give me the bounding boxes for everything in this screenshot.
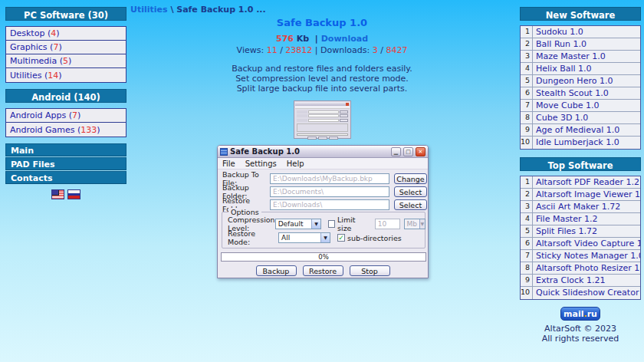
left-sidebar: PC Software (30) Desktop (4) Graphics (7… xyxy=(5,7,127,199)
android-menu: Android Apps (7) Android Games (133) xyxy=(5,108,127,137)
restore-folder-input[interactable]: E:\Downloads\ xyxy=(270,199,389,210)
category-label: Android Apps xyxy=(10,110,69,120)
page-title: Safe Backup 1.0 xyxy=(130,17,514,28)
breadcrumb-current: Safe Backup 1.0 ... xyxy=(176,5,265,15)
copyright-text: AltarSoft © 2023 xyxy=(520,324,641,334)
top-software-header: Top Software xyxy=(520,157,641,171)
list-item[interactable]: 10Quick Slideshow Creator 1.1 xyxy=(521,287,640,299)
sidebar-item-graphics[interactable]: Graphics (7) xyxy=(6,41,126,54)
list-item[interactable]: 7Sticky Notes Manager 1.01 xyxy=(521,250,640,262)
backup-to-file-input[interactable]: E:\Downloads\MyBackup.bkp xyxy=(270,173,389,184)
backup-to-file-row: Backup To File: E:\Downloads\MyBackup.bk… xyxy=(222,173,427,184)
safe-backup-window: Safe Backup 1.0 ▁ □ ✕ File Settings Help… xyxy=(217,145,429,278)
category-label: Android Games xyxy=(10,125,77,135)
backup-button[interactable]: Backup xyxy=(256,265,297,276)
site-nav: Main PAD Files Contacts xyxy=(5,143,127,184)
downloads-total: 8427 xyxy=(386,45,407,55)
compression-level-select[interactable]: Default ▼ xyxy=(275,219,321,229)
chevron-down-icon[interactable]: ▼ xyxy=(320,233,330,242)
sidebar-item-contacts[interactable]: Contacts xyxy=(5,171,127,184)
views-total: 23812 xyxy=(285,45,312,55)
menu-file[interactable]: File xyxy=(222,160,235,168)
screenshot-thumbnail[interactable] xyxy=(294,100,351,139)
list-item[interactable]: 7Move Cube 1.0 xyxy=(521,100,640,112)
sub-directories-checkbox[interactable]: ✓ xyxy=(337,234,345,242)
limit-size-input[interactable]: 10 xyxy=(375,219,400,229)
list-item[interactable]: 4Helix Ball 1.0 xyxy=(521,63,640,75)
window-titlebar: Safe Backup 1.0 ▁ □ ✕ xyxy=(218,146,428,158)
category-count: 7 xyxy=(72,110,77,120)
top-software-list: 1Altarsoft PDF Reader 1.2 2Altarsoft Ima… xyxy=(520,176,641,300)
mailru-logo[interactable]: mail.ru xyxy=(560,307,600,321)
list-item[interactable]: 1Sudoku 1.0 xyxy=(521,26,640,38)
category-label: Multimedia xyxy=(10,56,60,66)
sidebar-item-multimedia[interactable]: Multimedia (5) xyxy=(6,54,126,68)
new-software-list: 1Sudoku 1.0 2Ball Run 1.0 3Maze Master 1… xyxy=(520,25,641,150)
sidebar-item-android-games[interactable]: Android Games (133) xyxy=(6,123,126,137)
right-sidebar: New Software 1Sudoku 1.0 2Ball Run 1.0 3… xyxy=(520,7,641,344)
list-item[interactable]: 2Ball Run 1.0 xyxy=(521,38,640,51)
category-count: 4 xyxy=(51,28,56,38)
close-button[interactable]: ✕ xyxy=(416,147,426,156)
category-label: Desktop xyxy=(10,28,48,38)
menu-bar: File Settings Help xyxy=(218,158,428,169)
restore-button[interactable]: Restore xyxy=(303,265,343,276)
list-item[interactable]: 3Ascii Art Maker 1.72 xyxy=(521,201,640,213)
sidebar-item-android-apps[interactable]: Android Apps (7) xyxy=(6,109,126,123)
file-size-value: 576 xyxy=(276,34,294,44)
language-switcher xyxy=(5,189,127,199)
restore-mode-select[interactable]: All ▼ xyxy=(278,232,330,243)
menu-settings[interactable]: Settings xyxy=(245,160,277,168)
list-item[interactable]: 1Altarsoft PDF Reader 1.2 xyxy=(521,176,640,189)
limit-size-checkbox[interactable] xyxy=(328,220,335,228)
category-count: 133 xyxy=(80,125,97,135)
list-item[interactable]: 6Altarsoft Video Capture 1.21 xyxy=(521,238,640,250)
app-description: Backup and restore files and folders eas… xyxy=(130,64,514,94)
list-item[interactable]: 4File Master 1.2 xyxy=(521,213,640,225)
list-item[interactable]: 5Dungeon Hero 1.0 xyxy=(521,75,640,87)
category-count: 5 xyxy=(63,56,68,66)
change-button[interactable]: Change xyxy=(394,173,427,184)
list-item[interactable]: 10Idle Lumberjack 1.0 xyxy=(521,137,640,149)
chevron-down-icon: ▼ xyxy=(419,219,425,229)
page: { "ui": { "paren_open": "(", "paren_clos… xyxy=(0,0,644,362)
sidebar-item-main[interactable]: Main xyxy=(5,143,127,156)
window-title: Safe Backup 1.0 xyxy=(230,147,389,156)
select-backup-folder-button[interactable]: Select xyxy=(394,186,427,197)
ru-flag-icon[interactable] xyxy=(67,189,80,199)
minimize-button[interactable]: ▁ xyxy=(391,147,401,156)
stats-line: Views: 11 / 23812 | Downloads: 3 / 8427 xyxy=(130,45,514,55)
list-item[interactable]: 3Maze Master 1.0 xyxy=(521,51,640,63)
list-item[interactable]: 2Altarsoft Image Viewer 1.11 xyxy=(521,189,640,201)
sidebar-item-utilities[interactable]: Utilities (14) xyxy=(6,68,126,82)
category-count: 7 xyxy=(53,42,58,52)
sidebar-item-pad-files[interactable]: PAD Files xyxy=(5,157,127,170)
list-item[interactable]: 9Extra Clock 1.21 xyxy=(521,275,640,287)
menu-help[interactable]: Help xyxy=(287,160,304,168)
progress-bar: 0% xyxy=(221,252,426,262)
sidebar-item-desktop[interactable]: Desktop (4) xyxy=(6,27,126,41)
chevron-down-icon[interactable]: ▼ xyxy=(311,219,320,229)
list-item[interactable]: 8Cube 3D 1.0 xyxy=(521,112,640,124)
limit-unit-select[interactable]: Mb ▼ xyxy=(404,219,426,229)
downloads-current: 3 xyxy=(373,45,378,55)
list-item[interactable]: 8Altarsoft Photo Resizer 1.62 xyxy=(521,262,640,275)
new-software-header: New Software xyxy=(520,7,641,21)
thumb-close-icon xyxy=(346,103,349,106)
breadcrumb-utilities-link[interactable]: Utilities xyxy=(130,5,168,15)
list-item[interactable]: 6Stealth Scout 1.0 xyxy=(521,87,640,100)
stop-button[interactable]: Stop xyxy=(350,265,390,276)
list-item[interactable]: 9Age of Medieval 1.0 xyxy=(521,124,640,137)
pc-software-menu: Desktop (4) Graphics (7) Multimedia (5) … xyxy=(5,26,127,83)
category-label: Graphics xyxy=(10,42,50,52)
download-link[interactable]: Download xyxy=(321,34,368,44)
options-group: Options Compression Level: Default ▼ Lim… xyxy=(222,212,426,248)
list-item[interactable]: 5Split Files 1.72 xyxy=(521,225,640,238)
maximize-button[interactable]: □ xyxy=(403,147,413,156)
select-restore-folder-button[interactable]: Select xyxy=(394,199,427,210)
backup-folder-input[interactable]: E:\Documents\ xyxy=(270,186,389,197)
pc-software-header: PC Software (30) xyxy=(5,7,127,21)
android-header: Android (140) xyxy=(5,89,127,103)
us-flag-icon[interactable] xyxy=(51,189,64,199)
backup-folder-row: Backup Folder: E:\Documents\ Select xyxy=(222,186,427,197)
